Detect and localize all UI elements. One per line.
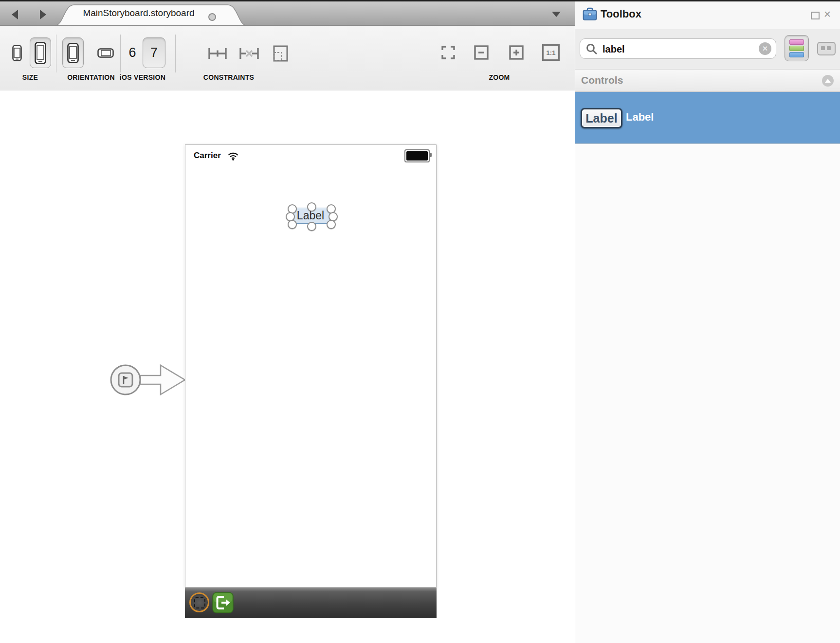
remove-constraint-button[interactable] [237, 44, 261, 63]
phone-small-icon [12, 45, 22, 61]
panel-dock-icon[interactable] [811, 12, 820, 19]
toolbox-search-row: ✕ [575, 29, 840, 69]
resize-handle-bottom-center[interactable] [307, 222, 316, 231]
ios-designer-window: MainStoryboard.storyboard SIZE [0, 0, 840, 643]
search-icon [585, 43, 598, 55]
fit-screen-icon [440, 45, 456, 60]
view-controller-icon[interactable] [189, 592, 209, 612]
tab-modified-indicator-icon[interactable] [208, 13, 216, 21]
dashed-view-icon [194, 597, 205, 608]
toolbar-separator [175, 35, 176, 72]
controls-section-label: Controls [581, 74, 623, 86]
battery-icon [404, 149, 430, 162]
tab-title[interactable]: MainStoryboard.storyboard [73, 8, 204, 18]
carrier-status-text: Carrier [194, 151, 221, 161]
zoom-actual-size-button[interactable]: 1:1 [542, 44, 560, 61]
size-3-5-inch-button[interactable] [12, 44, 22, 62]
category-pink-bar-icon [789, 39, 804, 45]
toolbox-title: Toolbox [601, 8, 641, 20]
document-tab-bar: MainStoryboard.storyboard [0, 1, 575, 26]
zoom-in-button[interactable] [508, 44, 525, 61]
resize-handle-bottom-right[interactable] [327, 220, 336, 229]
storyboard-canvas[interactable]: Carrier Label [0, 90, 575, 643]
toolbar-separator [56, 35, 56, 72]
tab-list-dropdown-icon[interactable] [552, 12, 561, 17]
toolbox-briefcase-icon [583, 7, 597, 21]
resize-mode-button[interactable] [271, 44, 290, 63]
size-4-inch-button[interactable] [30, 37, 51, 68]
ios-version-7-button[interactable]: 7 [143, 37, 165, 68]
wifi-icon [227, 151, 239, 161]
view-controller-scene[interactable]: Carrier Label [185, 144, 437, 588]
orientation-portrait-button[interactable] [62, 37, 84, 68]
zoom-in-icon [509, 45, 524, 60]
frame-resize-icon [272, 45, 289, 62]
toolbox-item-name: Label [626, 111, 654, 124]
storyboard-entry-point-arrow[interactable] [106, 358, 189, 401]
search-input[interactable] [602, 41, 749, 57]
category-green-bar-icon [789, 46, 804, 51]
orientation-landscape-button[interactable] [96, 48, 115, 58]
constraint-width-x-icon [238, 46, 260, 61]
size-group-label: SIZE [8, 73, 52, 83]
compact-display-button[interactable] [817, 42, 836, 55]
categorized-view-button[interactable] [785, 35, 809, 61]
category-blue-bar-icon [789, 52, 804, 57]
back-arrow-icon[interactable] [12, 10, 18, 19]
toolbox-panel: Toolbox ✕ ✕ Con [575, 1, 840, 643]
search-field[interactable]: ✕ [580, 38, 776, 59]
toolbar-separator [120, 35, 121, 72]
zoom-fit-button[interactable] [439, 44, 457, 61]
zoom-group-label: ZOOM [475, 73, 524, 83]
constraints-group-label: CONSTRAINTS [190, 73, 268, 83]
small-square-icon [827, 46, 831, 50]
forward-arrow-icon[interactable] [40, 10, 46, 19]
collapse-section-button[interactable] [822, 75, 834, 87]
clear-search-icon[interactable]: ✕ [759, 42, 771, 55]
zoom-out-button[interactable] [473, 44, 490, 61]
add-constraint-button[interactable] [207, 44, 228, 63]
chevron-up-icon [825, 79, 831, 83]
constraint-width-plus-icon [207, 46, 228, 61]
phone-portrait-icon [67, 43, 79, 63]
toolbox-header: Toolbox ✕ [575, 1, 840, 29]
controls-section-header[interactable]: Controls [575, 69, 840, 92]
scene-dock-bar [185, 588, 437, 618]
toolbox-item-label[interactable]: Label Label [575, 92, 840, 144]
label-control-preview-icon: Label [581, 108, 622, 128]
panel-close-icon[interactable]: ✕ [823, 9, 831, 20]
phone-tall-icon [35, 42, 46, 64]
small-square-icon [821, 46, 825, 50]
designer-toolbar: SIZE ORIENTATION 6 7 iOS VERSION [0, 26, 575, 90]
resize-handle-top-center[interactable] [307, 202, 316, 212]
exit-segue-icon[interactable] [212, 592, 234, 613]
phone-landscape-icon [97, 48, 114, 58]
resize-handle-bottom-left[interactable] [288, 220, 297, 229]
zoom-out-icon [474, 45, 489, 60]
ios-version-6-button[interactable]: 6 [124, 42, 141, 63]
ios-version-group-label: iOS VERSION [113, 73, 172, 83]
